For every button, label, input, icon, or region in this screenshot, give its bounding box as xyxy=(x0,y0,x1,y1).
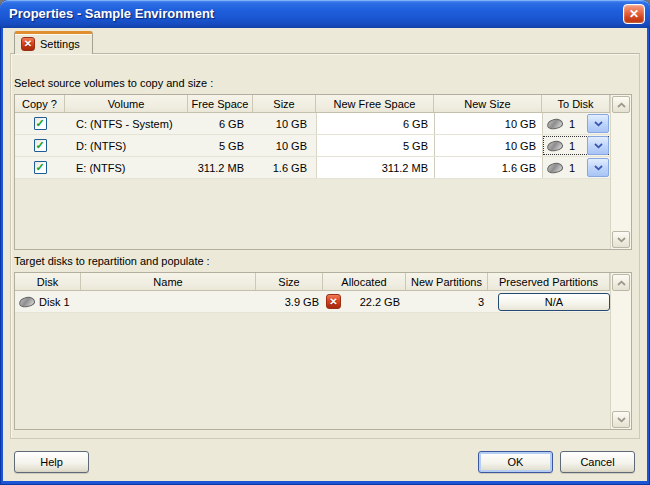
col-header-new-partitions: New Partitions xyxy=(406,273,488,290)
disk-icon xyxy=(546,161,563,174)
source-row-e[interactable]: ✓ E: (NTFS) 311.2 MB 1.6 GB 311.2 MB 1.6… xyxy=(15,157,610,179)
source-table-content: Copy ? Volume Free Space Size New Free S… xyxy=(15,95,610,249)
source-row-d[interactable]: ✓ D: (NTFS) 5 GB 10 GB 5 GB 10 GB 1 xyxy=(15,135,610,157)
allocated-value: 22.2 GB xyxy=(360,296,400,308)
target-table-content: Disk Name Size Allocated New Partitions … xyxy=(15,273,610,429)
size-cell: 10 GB xyxy=(253,135,316,156)
col-header-copy: Copy ? xyxy=(15,95,65,112)
volume-cell: D: (NTFS) xyxy=(65,135,188,156)
free-space-cell: 5 GB xyxy=(188,135,253,156)
to-disk-cell-d: 1 xyxy=(542,135,610,156)
target-table-header: Disk Name Size Allocated New Partitions … xyxy=(15,273,610,291)
error-x-glyph: ✕ xyxy=(329,297,337,307)
volume-cell: C: (NTFS - System) xyxy=(65,113,188,134)
col-header-name: Name xyxy=(81,273,256,290)
dialog-body: ✕ Settings Select source volumes to copy… xyxy=(3,28,647,481)
size-cell: 1.6 GB xyxy=(253,157,316,178)
new-free-space-field-e[interactable]: 311.2 MB xyxy=(316,157,434,178)
copy-cell: ✓ xyxy=(15,157,65,178)
tab-x-glyph: ✕ xyxy=(24,39,32,49)
new-size-field-d[interactable]: 10 GB xyxy=(434,135,542,156)
col-header-size: Size xyxy=(253,95,316,112)
free-space-cell: 311.2 MB xyxy=(188,157,253,178)
chevron-down-icon xyxy=(594,121,603,127)
col-header-new-free-space: New Free Space xyxy=(316,95,434,112)
disk-icon xyxy=(18,295,35,308)
cancel-button[interactable]: Cancel xyxy=(560,451,635,473)
col-header-allocated: Allocated xyxy=(323,273,406,290)
scroll-down-button[interactable] xyxy=(612,411,630,428)
preserved-partitions-button[interactable]: N/A xyxy=(498,293,610,311)
copy-cell: ✓ xyxy=(15,135,65,156)
new-free-space-field-d[interactable]: 5 GB xyxy=(316,135,434,156)
close-icon: ✕ xyxy=(629,7,639,21)
ok-button[interactable]: OK xyxy=(478,451,553,473)
disk-icon xyxy=(546,139,563,152)
scroll-down-button[interactable] xyxy=(612,231,630,248)
target-table-scrollbar[interactable] xyxy=(610,273,631,429)
chevron-down-icon xyxy=(617,237,626,243)
allocated-cell: ✕ 22.2 GB xyxy=(323,291,406,312)
copy-checkbox-e[interactable]: ✓ xyxy=(34,161,47,174)
source-row-c[interactable]: ✓ C: (NTFS - System) 6 GB 10 GB 6 GB 10 … xyxy=(15,113,610,135)
col-header-size: Size xyxy=(256,273,323,290)
to-disk-dropdown-e[interactable] xyxy=(587,158,609,177)
size-cell: 10 GB xyxy=(253,113,316,134)
titlebar[interactable]: Properties - Sample Environment ✕ xyxy=(0,0,650,28)
size-cell: 3.9 GB xyxy=(256,291,323,312)
to-disk-value: 1 xyxy=(567,140,575,152)
source-table-header: Copy ? Volume Free Space Size New Free S… xyxy=(15,95,610,113)
col-header-preserved-partitions: Preserved Partitions xyxy=(488,273,610,290)
new-size-field-e[interactable]: 1.6 GB xyxy=(434,157,542,178)
target-disks-table: Disk Name Size Allocated New Partitions … xyxy=(14,272,632,430)
tab-settings[interactable]: ✕ Settings xyxy=(14,31,93,54)
copy-cell: ✓ xyxy=(15,113,65,134)
col-header-disk: Disk xyxy=(15,273,81,290)
source-volumes-table: Copy ? Volume Free Space Size New Free S… xyxy=(14,94,632,250)
source-section-label: Select source volumes to copy and size : xyxy=(14,77,213,90)
preserved-partitions-cell: N/A xyxy=(488,291,610,312)
disk-label: Disk 1 xyxy=(39,296,70,308)
scroll-up-button[interactable] xyxy=(612,96,630,113)
name-cell xyxy=(81,291,256,312)
scroll-up-button[interactable] xyxy=(612,274,630,291)
target-section-label: Target disks to repartition and populate… xyxy=(14,255,210,268)
to-disk-cell-c: 1 xyxy=(542,113,610,134)
check-icon: ✓ xyxy=(35,162,44,173)
check-icon: ✓ xyxy=(35,118,44,129)
close-button[interactable]: ✕ xyxy=(623,4,645,24)
col-header-to-disk: To Disk xyxy=(542,95,610,112)
to-disk-value: 1 xyxy=(567,118,575,130)
properties-dialog: Properties - Sample Environment ✕ ✕ Sett… xyxy=(0,0,650,485)
tab-label: Settings xyxy=(40,38,80,50)
new-size-field-c[interactable]: 10 GB xyxy=(434,113,542,134)
disk-icon xyxy=(546,117,563,130)
chevron-up-icon xyxy=(617,280,626,286)
target-row-disk1[interactable]: Disk 1 3.9 GB ✕ 22.2 GB 3 N/A xyxy=(15,291,610,313)
volume-cell: E: (NTFS) xyxy=(65,157,188,178)
col-header-free-space: Free Space xyxy=(188,95,253,112)
to-disk-dropdown-c[interactable] xyxy=(587,114,609,133)
chevron-down-icon xyxy=(594,143,603,149)
check-icon: ✓ xyxy=(35,140,44,151)
disk-cell: Disk 1 xyxy=(15,291,81,312)
help-button[interactable]: Help xyxy=(14,451,89,473)
tab-red-x-icon: ✕ xyxy=(21,37,35,51)
to-disk-cell-e: 1 xyxy=(542,157,610,178)
chevron-down-icon xyxy=(617,417,626,423)
free-space-cell: 6 GB xyxy=(188,113,253,134)
col-header-new-size: New Size xyxy=(434,95,542,112)
chevron-down-icon xyxy=(594,165,603,171)
copy-checkbox-d[interactable]: ✓ xyxy=(34,139,47,152)
col-header-volume: Volume xyxy=(65,95,188,112)
copy-checkbox-c[interactable]: ✓ xyxy=(34,117,47,130)
chevron-up-icon xyxy=(617,102,626,108)
new-partitions-cell: 3 xyxy=(406,291,488,312)
to-disk-dropdown-d[interactable] xyxy=(587,136,609,155)
new-free-space-field-c[interactable]: 6 GB xyxy=(316,113,434,134)
window-title: Properties - Sample Environment xyxy=(9,6,214,21)
error-icon: ✕ xyxy=(326,294,341,309)
to-disk-value: 1 xyxy=(567,162,575,174)
source-table-scrollbar[interactable] xyxy=(610,95,631,249)
